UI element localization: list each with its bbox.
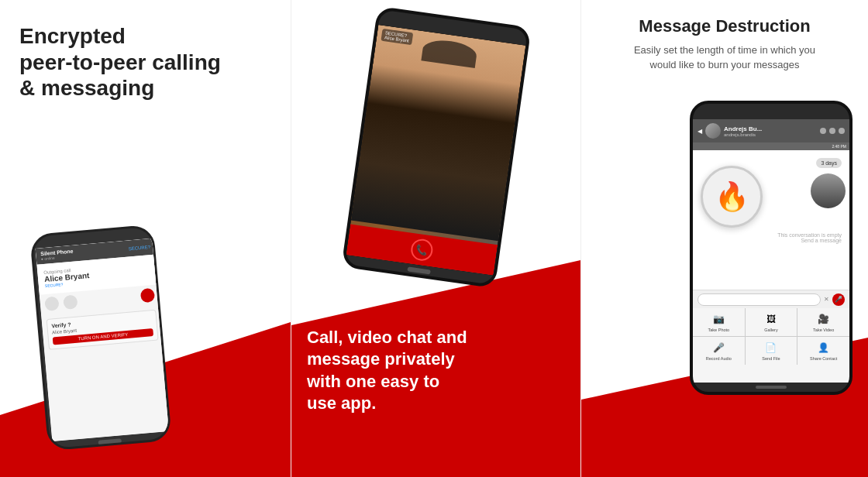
right-title: Message Destruction [597, 15, 852, 38]
end-call-btn[interactable] [140, 288, 156, 304]
send-file-btn[interactable]: 📄 Send File [746, 337, 797, 365]
right-desc-line1: Easily set the length of time in which y… [597, 43, 852, 58]
gallery-btn[interactable]: 🖼 Gallery [746, 308, 797, 336]
image-icon: 🖼 [766, 314, 776, 324]
heading-line2: peer-to-peer calling [19, 50, 221, 74]
send-icon: 🎤 [835, 296, 842, 303]
contact-icon: 👤 [818, 342, 829, 353]
phone-body-left: Silent Phone ● online SECURE? Outgoing c… [29, 225, 172, 451]
share-contact-icon: 👤 [817, 341, 831, 355]
header-icons [820, 128, 845, 134]
video-call-screen: SECURE? Alice Bryant 📞 [346, 25, 525, 276]
home-button-right[interactable] [756, 386, 787, 389]
take-photo-label: Take Photo [708, 328, 730, 332]
left-heading: Encrypted peer-to-peer calling & messagi… [19, 23, 271, 101]
panel-left: Encrypted peer-to-peer calling & messagi… [0, 0, 291, 477]
record-audio-label: Record Audio [706, 356, 732, 361]
phone-screen-left: Silent Phone ● online SECURE? Outgoing c… [36, 238, 171, 441]
phone-screen-middle: SECURE? Alice Bryant 📞 [346, 25, 525, 276]
send-file-icon: 📄 [764, 341, 778, 355]
phone-body-middle: SECURE? Alice Bryant 📞 [341, 6, 531, 289]
time-display: 2:48 PM [832, 144, 846, 149]
share-contact-label: Share Contact [810, 356, 837, 361]
clear-icon[interactable]: ✕ [824, 296, 829, 303]
burn-icon-magnified: 🔥 [701, 166, 763, 228]
left-text-area: Encrypted peer-to-peer calling & messagi… [0, 0, 291, 101]
home-button[interactable] [98, 438, 122, 445]
middle-text-1: Call, video chat and [307, 328, 467, 347]
phone-body-right: ◀ Andrejs Bu... andrejs.brandis [690, 101, 852, 395]
end-call-button[interactable]: 📞 [409, 238, 434, 263]
mute-btn[interactable] [44, 297, 60, 312]
phone-left: Silent Phone ● online SECURE? Outgoing c… [29, 225, 172, 451]
take-video-icon: 🎥 [817, 312, 831, 326]
heading-line1: Encrypted [19, 24, 126, 48]
panel-right: Message Destruction Easily set the lengt… [581, 0, 868, 477]
end-call-icon: 📞 [415, 244, 428, 256]
gallery-icon: 🖼 [764, 312, 778, 326]
screen-content-left: Silent Phone ● online SECURE? Outgoing c… [36, 238, 171, 441]
right-desc-line2: would like to burn your messages [597, 57, 852, 73]
middle-subheading: Call, video chat and message privately w… [307, 327, 565, 415]
action-buttons-grid: 📷 Take Photo 🖼 Gallery 🎥 [693, 308, 849, 365]
speaker-btn[interactable] [63, 294, 78, 310]
camera-icon: 📷 [713, 314, 725, 324]
gallery-label: Gallery [764, 328, 777, 332]
contact-handle: andrejs.brandis [724, 132, 762, 137]
share-contact-btn[interactable]: 👤 Share Contact [797, 337, 849, 365]
back-button[interactable]: ◀ [698, 128, 702, 135]
take-photo-btn[interactable]: 📷 Take Photo [693, 308, 745, 336]
panel-middle: SECURE? Alice Bryant 📞 Call, [291, 0, 581, 477]
take-photo-icon: 📷 [711, 312, 725, 326]
video-camera-icon: 🎥 [818, 314, 829, 324]
send-button[interactable]: 🎤 [832, 293, 845, 306]
contact-info: Andrejs Bu... andrejs.brandis [724, 125, 762, 137]
flame-icon: 🔥 [715, 180, 749, 213]
send-file-label: Send File [762, 356, 780, 361]
status-bar: 2:48 PM [693, 142, 849, 150]
phone-screen-right: ◀ Andrejs Bu... andrejs.brandis [693, 119, 849, 383]
middle-text-2: message privately [307, 349, 455, 369]
days-indicator[interactable]: 3 days [816, 158, 842, 168]
record-audio-btn[interactable]: 🎤 Record Audio [693, 337, 745, 365]
record-audio-icon: 🎤 [711, 341, 725, 355]
right-title-area: Message Destruction Easily set the lengt… [581, 0, 868, 73]
file-icon: 📄 [765, 342, 777, 353]
contact-avatar [705, 123, 721, 139]
middle-bottom-text: Call, video chat and message privately w… [307, 327, 565, 415]
phone-right: ◀ Andrejs Bu... andrejs.brandis [690, 101, 852, 395]
menu-icon[interactable] [839, 128, 845, 134]
contact-photo-in-chat [811, 173, 846, 208]
take-video-btn[interactable]: 🎥 Take Video [797, 308, 849, 336]
message-body: 3 days 🔥 This conversation is empty Send… [693, 150, 849, 290]
empty-chat-text: This conversation is empty Send a messag… [777, 232, 842, 243]
take-video-label: Take Video [813, 328, 834, 332]
message-input-field[interactable] [698, 293, 821, 306]
middle-text-4: use app. [307, 393, 376, 413]
phone-icon[interactable] [820, 128, 826, 134]
middle-text-3: with one easy to [307, 372, 439, 391]
message-header: ◀ Andrejs Bu... andrejs.brandis [693, 119, 849, 142]
heading-line3: & messaging [19, 76, 154, 100]
verify-box: Verify ? Alice Bryant TURN ON AND VERIFY [46, 310, 159, 350]
message-input-bar: ✕ 🎤 [693, 290, 849, 308]
mic-icon: 🎤 [713, 342, 725, 353]
contact-name: Andrejs Bu... [724, 125, 762, 132]
video-icon[interactable] [829, 128, 835, 134]
phone-middle: SECURE? Alice Bryant 📞 [341, 6, 531, 289]
home-button-middle[interactable] [407, 266, 431, 274]
